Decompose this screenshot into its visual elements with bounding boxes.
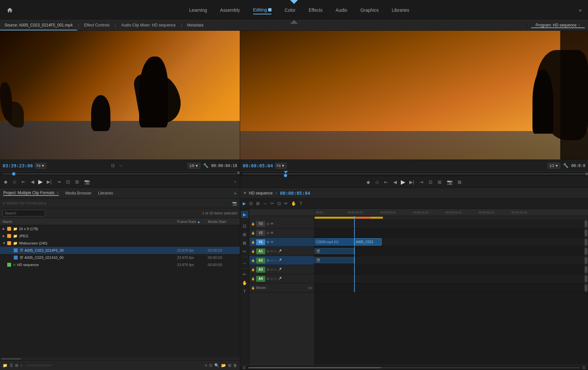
a1-mute[interactable]: M [270, 250, 273, 253]
track-select-tool[interactable]: ⊡ [249, 200, 253, 207]
v2-visibility[interactable]: 👁 [270, 231, 274, 235]
program-monitor-tab[interactable]: Program: HD sequence ≡ [531, 23, 585, 28]
a2-mic[interactable]: 🎤 [278, 259, 282, 262]
source-export-frame[interactable]: 📷 [83, 178, 91, 185]
list-item[interactable]: ▶ 📁 JPEG [0, 232, 240, 240]
project-camera-icon[interactable]: 📷 [232, 201, 237, 206]
timeline-tab[interactable]: HD sequence ≡ [249, 191, 277, 195]
nav-assembly[interactable]: Assembly [220, 6, 240, 14]
source-fit-dropdown[interactable]: Fit ▼ [35, 163, 46, 169]
program-scrubber-handle[interactable] [284, 174, 287, 177]
prog-extract-icon[interactable]: ⊞ [436, 179, 443, 185]
v3-visibility[interactable]: 👁 [270, 222, 274, 226]
project-tab[interactable]: Project: Multiple Clip Formats ≡ [3, 191, 59, 196]
source-settings-icon[interactable]: ⊡ [110, 162, 116, 169]
source-add-button[interactable]: ＋ [233, 179, 237, 185]
effect-controls-tab[interactable]: Effect Controls [79, 20, 114, 30]
libraries-tab[interactable]: Libraries [98, 191, 113, 195]
zoom-slider[interactable] [26, 365, 52, 366]
prog-play-button[interactable]: ▶ [401, 178, 405, 186]
program-fit-dropdown[interactable]: Fit ▼ [275, 163, 286, 169]
a1-lock[interactable]: 🔒 [251, 250, 255, 253]
clip-a005c023[interactable]: A005_C023 [354, 238, 382, 245]
list-sort-icon[interactable]: ≡ [205, 363, 207, 368]
nav-libraries[interactable]: Libraries [392, 6, 409, 14]
slip-tool[interactable]: ⊡ [277, 200, 282, 207]
v2-lock[interactable]: 🔒 [251, 231, 255, 235]
sort-icon[interactable]: ⊡ [209, 363, 212, 368]
type-icon[interactable]: T [241, 288, 248, 295]
program-wrench-icon[interactable]: 🔧 [562, 162, 569, 169]
razor-tool[interactable]: ✂ [270, 200, 275, 207]
a2-scroll[interactable] [584, 256, 588, 265]
tl-settings-icon[interactable]: ⊡ [243, 365, 246, 370]
nav-color[interactable]: Color [285, 6, 295, 14]
prog-export-frame[interactable]: 📷 [446, 179, 454, 185]
list-item[interactable]: ▶ 📁 16 x 9 (178) [0, 225, 240, 232]
source-go-out[interactable]: ⇥ [56, 178, 62, 185]
master-scroll[interactable] [584, 283, 588, 292]
audio-clip-a1[interactable]: 🎬 [315, 248, 354, 254]
a3-scroll[interactable] [584, 265, 588, 274]
a2-solo[interactable]: S [274, 259, 276, 262]
source-tab[interactable]: Source: A005_C023_0214F5_001.mp4 [0, 20, 77, 30]
v1-sync-icon[interactable]: ⊞ [267, 240, 269, 244]
type-tool[interactable]: T [299, 200, 303, 207]
v2-label[interactable]: V2 [256, 230, 265, 236]
prog-lift-icon[interactable]: ⊡ [427, 179, 434, 185]
a4-mute[interactable]: M [270, 277, 273, 280]
a3-mic[interactable]: 🎤 [278, 268, 282, 271]
media-browser-tab[interactable]: Media Browser [65, 191, 91, 195]
a3-sync-icon[interactable]: ⊞ [267, 268, 269, 271]
master-lock[interactable]: 🔒 [251, 286, 255, 290]
source-wrench-icon[interactable]: 🔧 [202, 162, 209, 169]
v3-lock[interactable]: 🔒 [251, 222, 255, 226]
a4-sync-icon[interactable]: ⊞ [267, 277, 269, 280]
hand-tool[interactable]: ✋ [290, 200, 297, 207]
a2-sync-icon[interactable]: ⊞ [267, 259, 269, 262]
hand-icon[interactable]: ✋ [241, 279, 248, 286]
nav-graphics[interactable]: Graphics [360, 6, 379, 14]
nav-audio[interactable]: Audio [335, 6, 347, 14]
new-folder-icon[interactable]: 📂 [221, 363, 226, 368]
v1-lock[interactable]: 🔒 [251, 241, 255, 244]
source-timecode[interactable]: 03:39:23:06 [3, 163, 33, 168]
prog-go-in[interactable]: ⇤ [383, 179, 389, 185]
timeline-close-icon[interactable]: ✕ [243, 191, 246, 195]
source-scrubber-handle[interactable] [12, 172, 15, 176]
program-scrubber[interactable] [240, 171, 588, 176]
linked-select-icon[interactable]: ⊞ [241, 231, 248, 238]
a3-solo[interactable]: S [274, 268, 276, 271]
source-go-in[interactable]: ⇤ [20, 178, 27, 185]
project-scrollbar[interactable] [0, 358, 240, 360]
a4-scroll[interactable] [584, 274, 588, 283]
source-mark-out[interactable]: ◇ [11, 178, 18, 185]
audio-clip-a2[interactable]: 🎬 [315, 257, 354, 263]
rolling-edit-tool[interactable]: ↔ [262, 200, 268, 207]
a1-sync-icon[interactable]: ⊞ [267, 249, 269, 253]
a4-mic[interactable]: 🎤 [278, 277, 282, 280]
source-scrubber[interactable] [0, 171, 240, 176]
source-play-button[interactable]: ▶ [38, 178, 43, 185]
nav-effects[interactable]: Effects [309, 6, 323, 14]
prog-step-fwd[interactable]: ▶| [408, 179, 416, 185]
delete-icon[interactable]: 🗑 [233, 363, 237, 368]
source-insert-icon[interactable]: ⊡ [65, 178, 71, 185]
col-mediastart-header[interactable]: Media Start [208, 220, 237, 224]
insert-icon[interactable]: ↔ [241, 259, 248, 266]
a1-solo[interactable]: S [274, 250, 276, 253]
v2-scroll[interactable] [584, 228, 588, 237]
a1-scroll[interactable] [584, 247, 588, 256]
nav-learning[interactable]: Learning [189, 6, 207, 14]
v1-scroll[interactable] [584, 238, 588, 246]
source-step-back[interactable]: ◀ [29, 178, 36, 185]
v2-sync-icon[interactable]: ⊞ [267, 231, 269, 235]
a2-mute[interactable]: M [270, 259, 273, 262]
grid-view-icon[interactable]: ⊞ [15, 363, 18, 368]
a2-lock[interactable]: 🔒 [251, 259, 255, 262]
project-expand-icon[interactable]: » [234, 191, 237, 196]
prog-mark-in[interactable]: ◆ [365, 179, 371, 185]
col-framerate-header[interactable]: Frame Rate ▲ [177, 220, 206, 224]
selection-tool[interactable]: ▶ [242, 200, 247, 207]
v1-label[interactable]: V1 [256, 239, 265, 245]
